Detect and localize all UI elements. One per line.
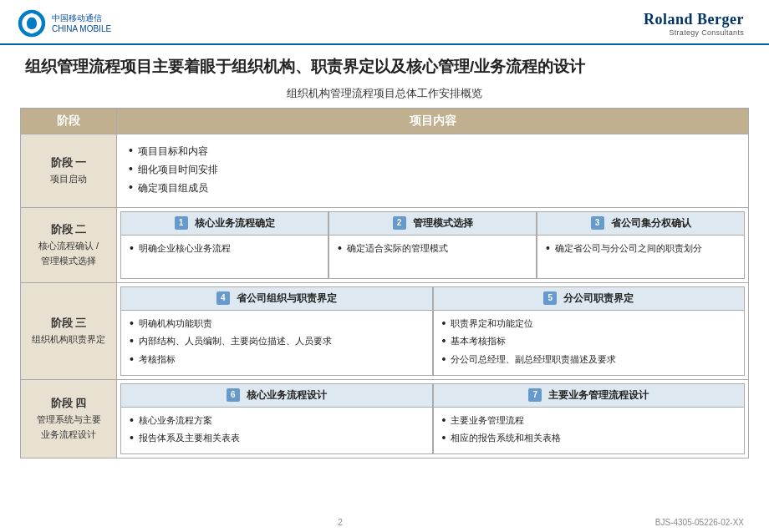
roland-berger-logo: Roland Berger Strategy Consultants xyxy=(644,11,744,37)
phase2-sub2-header: 2 管理模式选择 xyxy=(328,211,537,236)
footer: 2 BJS-4305-05226-02-XX xyxy=(0,518,769,527)
phase2-block: 1 核心业务流程确定 • 明确企业核心业务流程 xyxy=(120,211,745,279)
phase2-sub3-body: • 确定省公司与分公司之间的职责划分 xyxy=(537,236,745,279)
num-box-3: 3 xyxy=(591,216,604,230)
content-cell-1: • 项目目标和内容 • 细化项目时间安排 • 确定项目组成员 xyxy=(117,134,749,207)
col-content-header: 项目内容 xyxy=(117,108,749,134)
phase3-sub4: 4 省公司组织与职责界定 • 明确机构功能职责 xyxy=(120,286,433,376)
phase3-sub5-body: • 职责界定和功能定位 • 基本考核指标 • xyxy=(433,311,746,376)
header: 中国移动通信 CHINA MOBILE Roland Berger Strate… xyxy=(0,0,769,45)
phase2-sub2-body: • 确定适合实际的管理模式 xyxy=(328,236,537,279)
phase4-grid: 6 核心业务流程设计 • 核心业务流程方案 xyxy=(120,383,745,454)
page: 中国移动通信 CHINA MOBILE Roland Berger Strate… xyxy=(0,0,769,532)
china-mobile-logo: 中国移动通信 CHINA MOBILE xyxy=(17,8,111,38)
phase2-label: 阶段 二 核心流程确认 / 管理模式选择 xyxy=(26,221,111,268)
phase3-sub5: 5 分公司职责界定 • 职责界定和功能定位 xyxy=(433,286,746,376)
table-header-row: 阶段 项目内容 xyxy=(21,108,749,134)
phase4-sub6-header: 6 核心业务流程设计 xyxy=(120,383,433,408)
stage-cell-3: 阶段 三 组织机构职责界定 xyxy=(21,282,117,379)
footer-code: BJS-4305-05226-02-XX xyxy=(655,518,744,527)
num-box-5: 5 xyxy=(543,291,557,305)
sub-title: 组织机构管理流程项目总体工作安排概览 xyxy=(0,83,769,108)
footer-page-num: 2 xyxy=(338,518,343,527)
rb-subtitle: Strategy Consultants xyxy=(644,28,744,37)
bullet-icon-2: • xyxy=(129,161,133,178)
table-row-phase4: 阶段 四 管理系统与主要 业务流程设计 6 xyxy=(21,379,749,458)
bullet-1-2: • 细化项目时间安排 xyxy=(129,161,736,178)
china-mobile-icon xyxy=(17,8,47,38)
phase4-sub6-body: • 核心业务流程方案 • 报告体系及主要相关表表 xyxy=(120,408,433,454)
bullet-1-3: • 确定项目组成员 xyxy=(129,180,736,196)
phase2-sub3: 3 省公司集分权确认 • 确定省公司与分公司之间的职责划分 xyxy=(537,211,745,279)
phase4-block: 6 核心业务流程设计 • 核心业务流程方案 xyxy=(120,383,745,454)
phase1-content: • 项目目标和内容 • 细化项目时间安排 • 确定项目组成员 xyxy=(120,138,745,204)
bullet-1-1: • 项目目标和内容 xyxy=(129,143,736,160)
overview-table: 阶段 项目内容 阶段 一 项目启动 xyxy=(20,108,749,459)
phase3-sub5-header: 5 分公司职责界定 xyxy=(433,286,746,311)
num-box-2: 2 xyxy=(393,216,406,230)
phase2-sub3-header: 3 省公司集分权确认 xyxy=(537,211,745,236)
phase2-sub1-header: 1 核心业务流程确定 xyxy=(120,211,328,236)
main-table-wrapper: 阶段 项目内容 阶段 一 项目启动 xyxy=(0,108,769,459)
phase2-sub1: 1 核心业务流程确定 • 明确企业核心业务流程 xyxy=(120,211,328,279)
phase4-label: 阶段 四 管理系统与主要 业务流程设计 xyxy=(26,395,111,442)
phase4-sub7-body: • 主要业务管理流程 • 相应的报告系统和相关表格 xyxy=(433,408,746,454)
col-stage-header: 阶段 xyxy=(21,108,117,134)
num-box-7: 7 xyxy=(528,388,542,402)
table-row-phase2: 阶段 二 核心流程确认 / 管理模式选择 1 xyxy=(21,207,749,282)
phase3-label: 阶段 三 组织机构职责界定 xyxy=(26,315,111,347)
phase3-sub4-body: • 明确机构功能职责 • 内部结构、人员编制、主要岗位描述、人员要求 xyxy=(120,311,433,376)
bullet-icon-1: • xyxy=(129,143,133,160)
stage-cell-1: 阶段 一 项目启动 xyxy=(21,134,117,207)
phase1-label: 阶段 一 项目启动 xyxy=(26,155,111,186)
num-box-6: 6 xyxy=(227,388,240,402)
stage-cell-2: 阶段 二 核心流程确认 / 管理模式选择 xyxy=(21,207,117,282)
phase2-sub2: 2 管理模式选择 • 确定适合实际的管理模式 xyxy=(328,211,537,279)
phase3-block: 4 省公司组织与职责界定 • 明确机构功能职责 xyxy=(120,286,745,376)
num-box-1: 1 xyxy=(175,216,188,230)
phase4-sub7: 7 主要业务管理流程设计 • 主要业务管理流程 xyxy=(433,383,746,454)
rb-brand-name: Roland Berger xyxy=(644,11,744,28)
china-mobile-text: 中国移动通信 CHINA MOBILE xyxy=(52,13,111,34)
content-cell-4: 6 核心业务流程设计 • 核心业务流程方案 xyxy=(117,379,749,458)
table-row-phase3: 阶段 三 组织机构职责界定 4 省公司组织与职责界定 xyxy=(21,282,749,379)
num-box-4: 4 xyxy=(216,291,230,305)
phase4-sub7-header: 7 主要业务管理流程设计 xyxy=(433,383,746,408)
phase3-grid: 4 省公司组织与职责界定 • 明确机构功能职责 xyxy=(120,286,745,376)
content-cell-3: 4 省公司组织与职责界定 • 明确机构功能职责 xyxy=(117,282,749,379)
phase2-sub1-body: • 明确企业核心业务流程 xyxy=(120,236,328,279)
phase4-sub6: 6 核心业务流程设计 • 核心业务流程方案 xyxy=(120,383,433,454)
bullet-icon-3: • xyxy=(129,180,133,196)
content-cell-2: 1 核心业务流程确定 • 明确企业核心业务流程 xyxy=(117,207,749,282)
stage-cell-4: 阶段 四 管理系统与主要 业务流程设计 xyxy=(21,379,117,458)
main-title: 组织管理流程项目主要着眼于组织机构、职责界定以及核心管理/业务流程的设计 xyxy=(0,45,769,83)
phase2-grid: 1 核心业务流程确定 • 明确企业核心业务流程 xyxy=(120,211,745,279)
table-row-phase1: 阶段 一 项目启动 • 项目目标和内容 • 细化项目时间安 xyxy=(21,134,749,207)
phase3-sub4-header: 4 省公司组织与职责界定 xyxy=(120,286,433,311)
